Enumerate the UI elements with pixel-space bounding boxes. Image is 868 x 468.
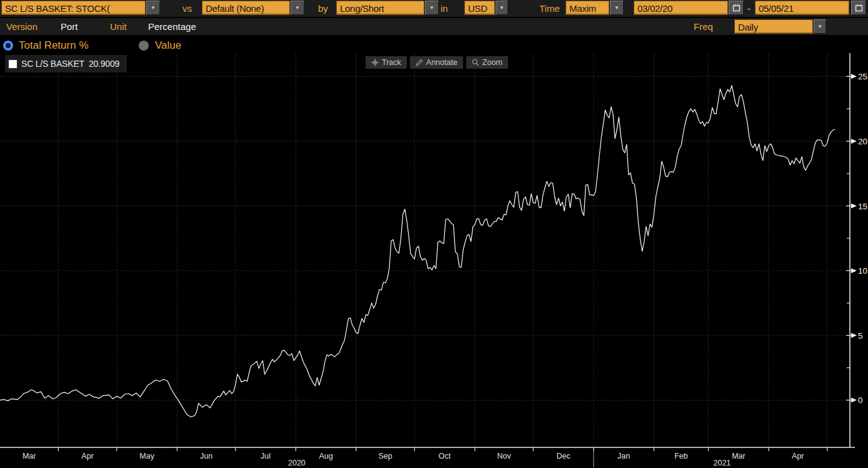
currency-dropdown[interactable]: USD <box>464 1 495 15</box>
x-axis-ticks: MarAprMayJunJulAugSepOctNovDecJanFebMarA… <box>22 447 827 461</box>
y-tick-label: 5 <box>858 331 863 341</box>
chevron-down-icon: ▼ <box>499 5 504 11</box>
y-tick-arrow-icon <box>851 204 857 209</box>
y-tick-label: 20 <box>858 137 867 146</box>
y-tick-arrow-icon <box>851 268 857 273</box>
unit-value[interactable]: Percentage <box>148 18 196 35</box>
comparison-dropdown[interactable]: Default (None) <box>202 1 290 15</box>
value-radio[interactable] <box>139 41 149 51</box>
zoom-button[interactable]: Zoom <box>466 56 508 69</box>
total-return-radio-label[interactable]: Total Return % <box>19 37 89 54</box>
series-line <box>0 86 835 417</box>
y-tick-label: 0 <box>858 396 863 405</box>
magnifier-icon <box>472 59 479 66</box>
year-label: 2020 <box>288 459 306 467</box>
month-label: May <box>139 452 154 461</box>
by-label: by <box>318 0 328 17</box>
month-label: Apr <box>81 452 93 461</box>
y-axis-ticks: 0510152025 <box>846 72 867 405</box>
month-label: Jul <box>261 452 271 461</box>
y-tick-label: 25 <box>858 72 867 81</box>
header-row-1: SC L/S BASKET: STOCK( ▼ vs Default (None… <box>0 0 868 17</box>
header-row-2: Version Port Unit Percentage Freq Daily … <box>0 18 868 35</box>
freq-dropdown[interactable]: Daily <box>734 19 813 34</box>
chevron-down-icon: ▼ <box>295 5 300 11</box>
unit-label: Unit <box>110 18 127 35</box>
series-last-value: 20.9009 <box>89 59 119 69</box>
track-button-label: Track <box>382 56 401 69</box>
security-dropdown-arrow[interactable]: ▼ <box>146 1 160 15</box>
freq-dropdown-arrow[interactable]: ▼ <box>814 19 826 34</box>
grouping-dropdown-arrow[interactable]: ▼ <box>425 1 439 15</box>
y-tick-label: 15 <box>858 202 867 211</box>
series-swatch <box>9 60 17 68</box>
year-label: 2021 <box>713 459 731 467</box>
chart-plot-area[interactable]: 0510152025MarAprMayJunJulAugSepOctNovDec… <box>0 0 868 468</box>
calendar-icon <box>855 4 863 12</box>
freq-label: Freq <box>694 18 713 35</box>
y-tick-label: 10 <box>858 266 867 276</box>
month-label: Feb <box>674 452 688 461</box>
gridlines <box>0 53 850 447</box>
version-value[interactable]: Port <box>61 18 78 35</box>
end-date-field[interactable]: 05/05/21 <box>755 1 849 15</box>
month-label: Sep <box>378 452 392 461</box>
y-tick-arrow-icon <box>851 333 857 338</box>
chevron-down-icon: ▼ <box>151 5 156 11</box>
crosshair-icon <box>371 59 379 66</box>
y-tick-arrow-icon <box>851 74 857 79</box>
currency-dropdown-arrow[interactable]: ▼ <box>496 1 508 15</box>
time-label: Time <box>539 0 560 17</box>
y-tick-arrow-icon <box>851 397 857 402</box>
month-label: Mar <box>732 452 746 461</box>
total-return-radio[interactable] <box>3 41 13 51</box>
grouping-dropdown[interactable]: Long/Short <box>336 1 424 15</box>
month-label: Apr <box>792 452 804 461</box>
in-label: in <box>441 0 448 17</box>
version-label: Version <box>6 18 37 35</box>
chevron-down-icon: ▼ <box>614 5 619 11</box>
date-range-dash: - <box>747 0 751 17</box>
month-label: Dec <box>556 452 570 461</box>
month-label: Mar <box>22 452 36 461</box>
bloomberg-chart-screen: { "header": { "row1": { "security": "SC … <box>0 0 868 468</box>
month-label: Jun <box>200 452 212 461</box>
month-label: Aug <box>319 452 332 461</box>
month-label: Jan <box>617 452 630 461</box>
time-range-dropdown[interactable]: Maxim <box>566 1 609 15</box>
chevron-down-icon: ▼ <box>817 24 822 29</box>
end-date-calendar-button[interactable] <box>851 1 866 15</box>
zoom-button-label: Zoom <box>482 56 502 69</box>
month-label: Nov <box>497 452 511 461</box>
series-name: SC L/S BASKET <box>21 59 84 69</box>
security-dropdown[interactable]: SC L/S BASKET: STOCK( <box>1 1 146 15</box>
start-date-calendar-button[interactable] <box>729 1 744 15</box>
track-button[interactable]: Track <box>366 56 407 69</box>
calendar-icon <box>732 4 741 12</box>
y-tick-arrow-icon <box>851 139 857 144</box>
vs-label: vs <box>182 0 192 17</box>
series-legend[interactable]: SC L/S BASKET 20.9009 <box>5 55 127 72</box>
chevron-down-icon: ▼ <box>429 5 434 11</box>
value-radio-label[interactable]: Value <box>155 37 181 54</box>
display-mode-controls: Total Return % Value <box>0 37 868 54</box>
start-date-field[interactable]: 03/02/20 <box>634 1 728 15</box>
chart-toolbar: Track Annotate Zoom <box>366 56 508 69</box>
pencil-icon <box>416 59 423 66</box>
comparison-dropdown-arrow[interactable]: ▼ <box>291 1 304 15</box>
month-label: Oct <box>439 452 451 461</box>
time-range-dropdown-arrow[interactable]: ▼ <box>610 1 624 15</box>
annotate-button[interactable]: Annotate <box>410 56 463 69</box>
annotate-button-label: Annotate <box>426 56 457 69</box>
